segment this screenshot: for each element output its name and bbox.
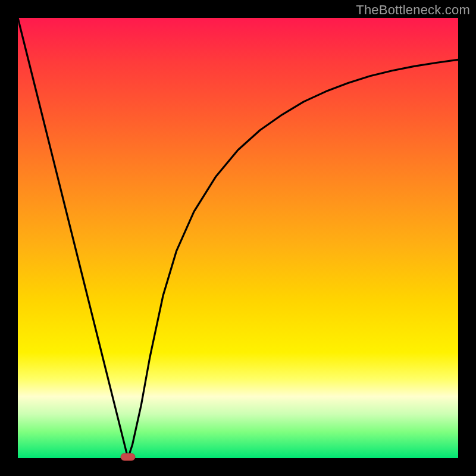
watermark-text: TheBottleneck.com <box>356 2 470 18</box>
plot-area <box>18 18 458 458</box>
bottleneck-curve <box>18 18 458 458</box>
chart-frame: TheBottleneck.com <box>0 0 476 476</box>
optimal-point-marker <box>121 453 135 461</box>
chart-svg <box>18 18 458 458</box>
